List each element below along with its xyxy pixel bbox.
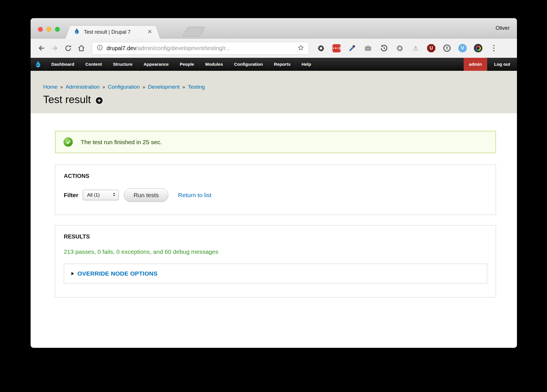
- onepassword-extension-icon[interactable]: [442, 44, 451, 53]
- back-icon[interactable]: [36, 43, 46, 53]
- breadcrumb-separator: »: [60, 84, 63, 90]
- browser-tab-bar: Test result | Drupal 7 Oliver: [31, 18, 517, 39]
- filter-label: Filter: [64, 192, 78, 199]
- admin-menu-structure[interactable]: Structure: [108, 58, 138, 71]
- status-message: The test run finished in 25 sec.: [55, 131, 496, 153]
- actions-legend: ACTIONS: [64, 173, 487, 179]
- bookmark-star-icon[interactable]: [297, 44, 304, 52]
- breadcrumb-separator: »: [182, 84, 185, 90]
- breadcrumb-separator: »: [142, 84, 145, 90]
- run-tests-button-label: Run tests: [133, 192, 159, 199]
- results-legend: RESULTS: [64, 233, 487, 240]
- close-window-button[interactable]: [38, 27, 43, 32]
- override-node-options-fieldset[interactable]: OVERRIDE NODE OPTIONS: [64, 264, 487, 284]
- drive-extension-icon[interactable]: [411, 44, 420, 53]
- minimize-window-button[interactable]: [46, 27, 51, 32]
- breadcrumb-configuration[interactable]: Configuration: [108, 84, 140, 90]
- vimium-extension-icon[interactable]: V: [458, 44, 467, 52]
- breadcrumb-development[interactable]: Development: [148, 84, 180, 90]
- breadcrumb-testing[interactable]: Testing: [188, 84, 205, 90]
- browser-menu-icon[interactable]: [489, 44, 498, 53]
- browser-toolbar: drupal7.dev/admin/config/development/tes…: [31, 39, 517, 58]
- filter-select-value: All (1): [87, 192, 112, 198]
- drupal-admin-toolbar: Dashboard Content Structure Appearance P…: [31, 58, 517, 71]
- admin-menu-dashboard[interactable]: Dashboard: [46, 58, 80, 71]
- new-tab-button[interactable]: [182, 27, 205, 36]
- gear-extension-icon[interactable]: [317, 44, 325, 53]
- camera-extension-icon[interactable]: [364, 44, 372, 53]
- extension-icons: U V: [317, 44, 498, 53]
- lastpass-extension-icon[interactable]: [332, 44, 341, 52]
- breadcrumb: Home » Administration » Configuration » …: [43, 84, 517, 90]
- admin-menu-modules[interactable]: Modules: [200, 58, 229, 71]
- override-node-options-link[interactable]: OVERRIDE NODE OPTIONS: [77, 270, 158, 277]
- admin-menu-content[interactable]: Content: [80, 58, 108, 71]
- admin-menu-reports[interactable]: Reports: [268, 58, 296, 71]
- run-tests-button[interactable]: Run tests: [124, 188, 168, 202]
- drupal-logo-icon[interactable]: [31, 58, 46, 71]
- ublock-extension-icon[interactable]: U: [427, 44, 435, 52]
- status-message-text: The test run finished in 25 sec.: [81, 139, 162, 146]
- eyedropper-extension-icon[interactable]: [348, 44, 357, 53]
- collapsed-triangle-icon: [71, 272, 74, 275]
- admin-menu-configuration[interactable]: Configuration: [229, 58, 269, 71]
- page-header: Home » Administration » Configuration » …: [31, 71, 517, 113]
- success-check-icon: [63, 137, 73, 147]
- camera-lens-extension-icon[interactable]: [474, 44, 482, 52]
- admin-menu-help[interactable]: Help: [296, 58, 317, 71]
- browser-window: Test result | Drupal 7 Oliver: [31, 18, 517, 348]
- breadcrumb-separator: »: [102, 84, 105, 90]
- address-bar[interactable]: drupal7.dev/admin/config/development/tes…: [92, 42, 309, 55]
- gear-gray-extension-icon[interactable]: [395, 44, 404, 53]
- url-path: /admin/config/development/testing/r...: [136, 45, 230, 51]
- window-controls: [38, 27, 60, 32]
- page-title: Test result: [43, 94, 91, 106]
- breadcrumb-administration[interactable]: Administration: [65, 84, 99, 90]
- vimium-letter: V: [461, 45, 464, 51]
- filter-select[interactable]: All (1): [83, 190, 119, 200]
- admin-menu-appearance[interactable]: Appearance: [138, 58, 174, 71]
- browser-profile-name[interactable]: Oliver: [495, 25, 510, 31]
- results-fieldset: RESULTS 213 passes, 0 fails, 0 exception…: [55, 225, 496, 297]
- url-text: drupal7.dev/admin/config/development/tes…: [107, 45, 230, 52]
- ublock-letter: U: [430, 46, 433, 51]
- return-to-list-link[interactable]: Return to list: [178, 192, 211, 199]
- breadcrumb-home[interactable]: Home: [43, 84, 58, 90]
- admin-menu-people[interactable]: People: [174, 58, 200, 71]
- logout-link[interactable]: Log out: [487, 58, 517, 71]
- screenshot-canvas: Test result | Drupal 7 Oliver: [0, 0, 547, 392]
- site-info-icon[interactable]: [96, 44, 103, 52]
- home-icon[interactable]: [76, 43, 86, 53]
- fullscreen-window-button[interactable]: [55, 27, 60, 32]
- history-refresh-extension-icon[interactable]: [379, 44, 388, 53]
- browser-tab[interactable]: Test result | Drupal 7: [65, 25, 160, 39]
- select-arrows-icon: [112, 192, 116, 198]
- main-content: The test run finished in 25 sec. ACTIONS…: [31, 113, 517, 297]
- admin-user-link[interactable]: admin: [464, 58, 487, 71]
- reload-icon[interactable]: [63, 43, 73, 53]
- drupal-favicon-icon: [73, 28, 80, 36]
- forward-icon[interactable]: [50, 43, 60, 53]
- tab-close-icon[interactable]: [147, 29, 152, 35]
- results-summary: 213 passes, 0 fails, 0 exceptions, and 6…: [64, 248, 487, 255]
- tab-title: Test result | Drupal 7: [84, 29, 144, 35]
- shortcut-add-icon[interactable]: [96, 97, 103, 104]
- url-host: drupal7.dev: [107, 45, 136, 51]
- actions-fieldset: ACTIONS Filter All (1) Run tests Return …: [55, 165, 496, 215]
